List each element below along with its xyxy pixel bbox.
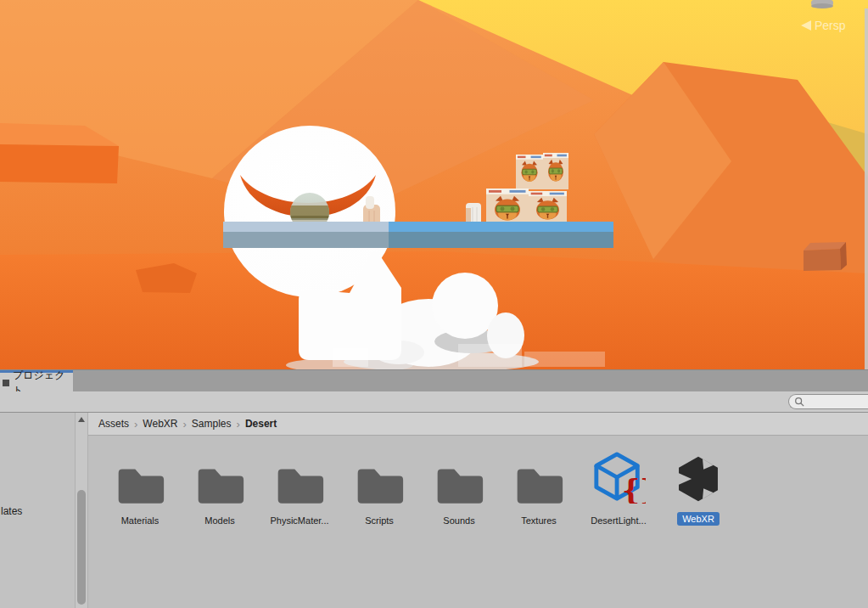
asset-item[interactable]: {} DesertLight... [579, 453, 658, 526]
asset-label: Models [204, 515, 234, 526]
panel-tab-bar: プロジェクト [0, 369, 868, 391]
asset-label: DesertLight... [591, 515, 646, 526]
asset-item[interactable]: Textures [499, 453, 579, 526]
asset-label: Materials [121, 515, 160, 526]
breadcrumb: Assets›WebXR›Samples›Desert [88, 413, 868, 436]
folder-icon [196, 464, 244, 504]
search-input[interactable] [807, 396, 868, 408]
breadcrumb-item[interactable]: Assets [98, 418, 129, 430]
unity-logo-icon [675, 454, 722, 504]
sidebar-item-truncated[interactable]: lates [1, 505, 22, 517]
breadcrumb-item[interactable]: WebXR [143, 418, 177, 430]
asset-item[interactable]: Scripts [339, 453, 419, 526]
asset-label: WebXR [677, 512, 720, 526]
folder-icon [435, 464, 484, 504]
scene-view[interactable]: Persp [0, 0, 868, 369]
asset-item[interactable]: Materials [100, 453, 180, 526]
sidebar-scrollbar[interactable] [75, 413, 88, 608]
breadcrumb-separator-icon: › [237, 418, 240, 431]
asset-label: Textures [521, 515, 557, 526]
tab-project[interactable]: プロジェクト [0, 370, 73, 392]
breadcrumb-separator-icon: › [134, 418, 137, 431]
scrollbar-thumb[interactable] [77, 490, 86, 605]
breadcrumb-item[interactable]: Samples [192, 418, 232, 430]
project-sidebar: lates [0, 413, 75, 608]
asset-item[interactable]: Sounds [419, 453, 499, 526]
folder-icon [276, 464, 324, 504]
scene-gizmo [811, 0, 833, 8]
tab-icon [3, 380, 9, 386]
lighting-settings-icon: {} [591, 451, 646, 504]
folder-icon [515, 464, 563, 504]
folder-icon [356, 464, 404, 504]
search-icon [794, 397, 804, 407]
folder-icon [116, 464, 165, 504]
window-edge [865, 8, 868, 369]
scrollbar-up-arrow-icon[interactable] [78, 417, 85, 422]
asset-label: Scripts [365, 515, 394, 526]
asset-item[interactable]: Models [180, 453, 260, 526]
asset-grid: Materials Models PhysicMater... Scripts … [88, 436, 868, 608]
project-toolbar [0, 391, 868, 413]
asset-item[interactable]: PhysicMater... [260, 453, 339, 526]
breadcrumb-item[interactable]: Desert [245, 418, 277, 430]
asset-item[interactable]: WebXR [658, 453, 738, 526]
breadcrumb-separator-icon: › [183, 418, 187, 431]
gizmo-label[interactable]: Persp [815, 19, 846, 32]
platform-beam [223, 222, 613, 248]
asset-label: Sounds [443, 515, 474, 526]
search-box[interactable] [788, 394, 868, 409]
svg-text:{}: {} [622, 474, 646, 504]
asset-label: PhysicMater... [270, 515, 328, 526]
asset-browser: Assets›WebXR›Samples›Desert Materials Mo… [88, 413, 868, 608]
